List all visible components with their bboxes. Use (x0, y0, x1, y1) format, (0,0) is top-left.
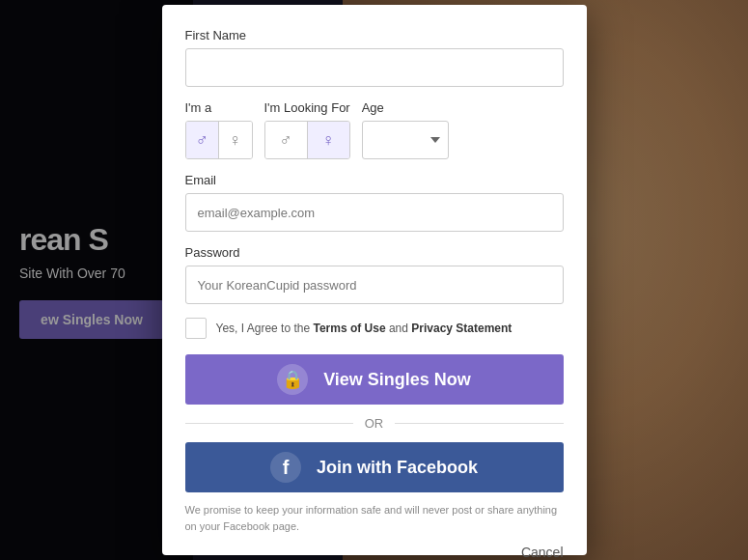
password-label: Password (185, 245, 564, 260)
im-a-selector: ♂ ♀ (185, 121, 253, 159)
male-icon: ♂ (196, 130, 209, 151)
terms-row: Yes, I Agree to the Terms of Use and Pri… (185, 318, 564, 339)
modal-overlay: First Name I'm a ♂ ♀ I'm Looking For (0, 0, 748, 560)
view-singles-button[interactable]: 🔒 View Singles Now (185, 354, 564, 405)
lock-icon: 🔒 (277, 364, 308, 395)
privacy-link[interactable]: Privacy Statement (411, 322, 512, 335)
looking-male-icon: ♂ (279, 130, 292, 151)
divider-left (185, 423, 353, 424)
facebook-label: Join with Facebook (317, 458, 478, 478)
view-singles-label: View Singles Now (323, 370, 471, 390)
cancel-link[interactable]: Cancel (521, 545, 564, 560)
age-select[interactable]: 18 19 20 25 30 (362, 121, 449, 159)
looking-for-selector: ♂ ♀ (264, 121, 350, 159)
im-a-label: I'm a (185, 100, 253, 115)
first-name-input[interactable] (185, 48, 564, 87)
terms-checkbox[interactable] (185, 318, 207, 339)
looking-for-female-option[interactable]: ♀ (307, 122, 349, 158)
divider-right (395, 423, 563, 424)
im-a-male-option[interactable]: ♂ (186, 122, 219, 158)
gender-age-row: I'm a ♂ ♀ I'm Looking For ♂ (185, 100, 564, 159)
age-group: Age 18 19 20 25 30 (362, 100, 449, 159)
looking-for-group: I'm Looking For ♂ ♀ (264, 100, 350, 159)
terms-label: Yes, I Agree to the Terms of Use and Pri… (216, 321, 513, 337)
email-group: Email (185, 173, 564, 232)
promise-text: We promise to keep your information safe… (185, 502, 564, 534)
or-text: OR (365, 416, 384, 431)
facebook-button[interactable]: f Join with Facebook (185, 442, 564, 492)
cancel-row: Cancel (185, 544, 564, 560)
age-label: Age (362, 100, 449, 115)
first-name-group: First Name (185, 28, 564, 87)
looking-for-male-option[interactable]: ♂ (265, 122, 307, 158)
looking-for-label: I'm Looking For (264, 100, 350, 115)
email-label: Email (185, 173, 564, 187)
female-icon: ♀ (229, 130, 242, 151)
terms-link[interactable]: Terms of Use (313, 322, 385, 335)
registration-modal: First Name I'm a ♂ ♀ I'm Looking For (162, 5, 587, 555)
password-group: Password (185, 245, 564, 304)
password-input[interactable] (185, 266, 564, 304)
email-input[interactable] (185, 193, 564, 232)
or-divider: OR (185, 416, 564, 431)
first-name-label: First Name (185, 28, 564, 42)
im-a-female-option[interactable]: ♀ (218, 122, 252, 158)
facebook-icon: f (270, 452, 301, 483)
looking-female-icon: ♀ (321, 130, 335, 151)
im-a-group: I'm a ♂ ♀ (185, 100, 253, 159)
